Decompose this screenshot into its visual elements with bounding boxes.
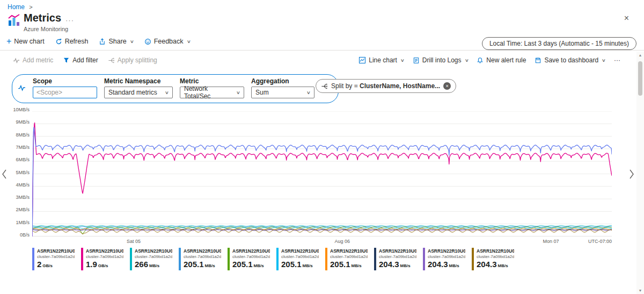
line-chart-icon	[358, 56, 366, 64]
chart-type-button[interactable]: Line chart ∨	[358, 56, 404, 64]
feedback-button[interactable]: Feedback ∨	[144, 38, 191, 45]
legend-series-resource: cluster-7a09bd1a2d7b...	[232, 254, 270, 259]
save-icon	[535, 57, 541, 64]
chart-plot[interactable]	[32, 111, 612, 236]
legend-series-value: 1.9GB/s	[86, 260, 128, 270]
x-axis-labels: UTC-07:00 Sat 05Aug 06Mon 07	[32, 239, 612, 245]
breadcrumb-home-link[interactable]: Home	[8, 3, 25, 11]
new-chart-button[interactable]: + New chart	[6, 38, 45, 45]
legend-item[interactable]: ASRR1N22R10U04, Loc...cluster-7a09bd1a2d…	[228, 248, 275, 270]
aggregation-select[interactable]: Sum ∨	[251, 87, 314, 98]
y-axis-tick-label: 4MB/s	[16, 182, 30, 188]
timezone-label: UTC-07:00	[588, 239, 612, 244]
metric-field: Metric Network Total/Sec ∨	[180, 77, 244, 98]
legend-item[interactable]: ASRR1N22R10U03, Loc...cluster-7a09bd1a2d…	[374, 248, 421, 270]
split-by-pill[interactable]: Split by = ClusterName, HostName... ×	[316, 79, 456, 93]
legend-series-unit: MB/s	[205, 263, 215, 268]
add-filter-button[interactable]: Add filter	[63, 56, 98, 64]
legend-series-unit: MB/s	[352, 263, 362, 268]
metric-config-container: Scope Metric Namespace Standard metrics …	[12, 74, 339, 103]
breadcrumb-separator: >	[29, 4, 32, 10]
scroll-right-button[interactable]	[628, 169, 634, 180]
vertical-scrollbar[interactable]: ▲ ▼	[636, 52, 644, 294]
apply-splitting-label: Apply splitting	[118, 56, 157, 64]
add-metric-label: Add metric	[23, 56, 53, 64]
scope-label: Scope	[33, 77, 97, 85]
apply-splitting-button[interactable]: Apply splitting	[108, 56, 157, 64]
legend-item[interactable]: ASRR1N22R10U03, Met...cluster-7a09bd1a2d…	[130, 248, 177, 270]
legend-item[interactable]: ASRR1N22R10U03, Hyp...cluster-7a09bd1a2d…	[81, 248, 128, 270]
legend-series-value: 204.3MB/s	[379, 260, 421, 270]
y-axis-tick-label: 10MB/s	[13, 107, 30, 112]
scrollbar-up-arrow-icon[interactable]: ▲	[639, 52, 642, 59]
legend-series-name: ASRR1N22R10U04, Loc...	[281, 248, 319, 254]
legend-series-unit: MB/s	[254, 263, 264, 268]
close-blade-button[interactable]: ×	[621, 13, 632, 23]
scroll-left-button[interactable]	[2, 169, 8, 180]
legend-item[interactable]: ASRR1N22R10U04, Loc...cluster-7a09bd1a2d…	[276, 248, 324, 270]
legend-series-value: 205.1MB/s	[184, 260, 226, 270]
logs-icon	[413, 57, 420, 64]
chart-plot-svg	[32, 111, 612, 236]
add-filter-label: Add filter	[72, 56, 98, 64]
split-icon	[321, 83, 328, 90]
chevron-down-icon: ∨	[186, 39, 191, 44]
legend-series-resource: cluster-7a09bd1a2d7b...	[135, 254, 172, 259]
filter-funnel-icon	[63, 57, 70, 64]
legend-series-name: ASRR1N22R10U03, Hyp...	[86, 248, 123, 254]
split-by-text: Split by = ClusterName, HostName...	[331, 82, 440, 90]
metric-select[interactable]: Network Total/Sec ∨	[180, 87, 244, 98]
y-axis-tick-label: 5MB/s	[16, 170, 30, 175]
legend-series-resource: cluster-7a09bd1a2d7b...	[86, 254, 123, 259]
more-commands-button[interactable]: ···	[614, 56, 620, 64]
legend-series-value: 266MB/s	[135, 260, 177, 270]
aggregation-label: Aggregation	[251, 77, 314, 85]
legend-series-resource: cluster-7a09bd1a2d7b...	[477, 254, 514, 259]
refresh-button[interactable]: Refresh	[55, 38, 89, 45]
legend-series-name: ASRR1N22R10U03, Met...	[135, 248, 172, 254]
add-metric-button[interactable]: Add metric	[13, 56, 53, 64]
legend-item[interactable]: ASRR1N22R10U03, Loc...cluster-7a09bd1a2d…	[423, 248, 470, 270]
legend-item[interactable]: ASRR1N22R10U03, Loc...cluster-7a09bd1a2d…	[472, 248, 519, 270]
legend-item[interactable]: ASRR1N22R10U04, Loc...cluster-7a09bd1a2d…	[179, 248, 226, 270]
metrics-logo-icon	[7, 13, 21, 27]
add-metric-icon	[13, 57, 20, 64]
share-icon	[99, 38, 106, 45]
command-bar: + New chart Refresh Share ∨	[6, 38, 190, 45]
legend-item[interactable]: ASRR1N22R10U04, Loc...cluster-7a09bd1a2d…	[325, 248, 372, 270]
time-range-picker[interactable]: Local Time: Last 3 days (Automatic - 15 …	[482, 37, 636, 50]
legend-series-unit: MB/s	[303, 263, 313, 268]
namespace-label: Metric Namespace	[104, 77, 173, 85]
drill-into-logs-button[interactable]: Drill into Logs ∨	[413, 56, 469, 64]
series-line	[32, 230, 612, 231]
chart-type-label: Line chart	[369, 56, 397, 64]
share-button[interactable]: Share ∨	[99, 38, 133, 45]
bell-icon	[477, 57, 484, 64]
new-alert-rule-button[interactable]: New alert rule	[477, 56, 526, 64]
legend-series-value: 204.3MB/s	[477, 260, 519, 270]
legend-series-unit: GB/s	[42, 263, 53, 268]
namespace-select[interactable]: Standard metrics ∨	[104, 87, 173, 98]
scrollbar-thumb[interactable]	[638, 61, 642, 96]
share-label: Share	[108, 38, 126, 45]
y-axis-tick-label: 0B/s	[20, 232, 30, 238]
save-to-dashboard-button[interactable]: Save to dashboard ∨	[535, 56, 605, 64]
legend-series-unit: MB/s	[449, 263, 459, 268]
scope-input[interactable]	[33, 87, 97, 98]
x-axis-tick-label: Mon 07	[543, 239, 559, 244]
scrollbar-down-arrow-icon[interactable]: ▼	[639, 287, 642, 294]
legend-item[interactable]: ASRR1N22R10U03, Met...cluster-7a09bd1a2d…	[32, 248, 79, 270]
legend-series-name: ASRR1N22R10U04, Loc...	[184, 248, 221, 254]
header-more-button[interactable]: ···	[65, 16, 74, 24]
legend-series-value: 204.3MB/s	[428, 260, 470, 270]
legend-series-value: 205.1MB/s	[330, 260, 372, 270]
metric-value: Network Total/Sec	[184, 85, 236, 100]
chevron-down-icon: ∨	[602, 58, 606, 63]
legend-series-name: ASRR1N22R10U03, Loc...	[477, 248, 514, 254]
legend-series-resource: cluster-7a09bd1a2d7b...	[37, 254, 75, 259]
chevron-down-icon: ∨	[400, 58, 405, 63]
y-axis-tick-label: 3MB/s	[16, 195, 30, 200]
legend-series-name: ASRR1N22R10U03, Loc...	[428, 248, 465, 254]
chevron-down-icon: ∨	[464, 58, 469, 63]
remove-split-button[interactable]: ×	[443, 82, 451, 90]
